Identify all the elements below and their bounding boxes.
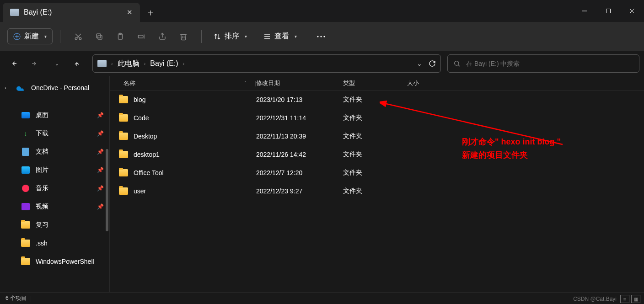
- sidebar-item[interactable]: WindowsPowerShell: [0, 252, 109, 271]
- minimize-button[interactable]: [573, 0, 596, 22]
- drive-icon: [97, 60, 107, 67]
- forward-button[interactable]: [26, 54, 44, 73]
- titlebar: Bayi (E:) ✕ ＋: [0, 0, 644, 22]
- desktop-icon: [21, 111, 30, 120]
- sidebar-item[interactable]: .ssh: [0, 234, 109, 252]
- recent-dropdown[interactable]: ⌄: [47, 54, 65, 73]
- paste-icon[interactable]: [110, 27, 131, 46]
- svg-rect-15: [138, 35, 143, 38]
- folder-icon: [119, 187, 128, 195]
- svg-point-23: [317, 36, 318, 37]
- column-headers: 名称 ˄ | 修改日期 类型 大小: [110, 76, 644, 91]
- close-window-button[interactable]: [620, 0, 644, 22]
- toolbar: 新建 ▾ 排序 ▾ 查看 ▾: [0, 22, 644, 51]
- navbar: ⌄ › 此电脑 › Bayi (E:) › ⌄: [0, 51, 644, 76]
- refresh-icon[interactable]: [429, 60, 436, 67]
- breadcrumb-current[interactable]: Bayi (E:): [150, 59, 178, 68]
- address-bar[interactable]: › 此电脑 › Bayi (E:) › ⌄: [92, 54, 441, 73]
- share-icon[interactable]: [152, 27, 173, 46]
- pin-icon: 📌: [97, 130, 104, 137]
- pin-icon: 📌: [97, 185, 104, 192]
- view-button[interactable]: 查看 ▾: [259, 29, 301, 44]
- content-area: 名称 ˄ | 修改日期 类型 大小 blog2023/1/20 17:13文件夹…: [110, 76, 644, 292]
- svg-point-29: [455, 61, 459, 65]
- delete-icon[interactable]: [173, 27, 194, 46]
- pin-icon: 📌: [97, 167, 104, 173]
- download-icon: ↓: [21, 129, 30, 138]
- separator: [201, 30, 202, 43]
- copy-icon[interactable]: [89, 27, 110, 46]
- folder-icon: [21, 239, 30, 248]
- view-details-icon[interactable]: ≡: [620, 295, 629, 303]
- rename-icon[interactable]: [131, 27, 152, 46]
- sidebar-item[interactable]: 文档📌: [0, 143, 109, 161]
- column-header-type[interactable]: 类型: [343, 79, 407, 87]
- table-row[interactable]: user2022/12/23 9:27文件夹: [110, 182, 644, 200]
- sidebar-item[interactable]: 复习: [0, 216, 109, 234]
- maximize-button[interactable]: [596, 0, 620, 22]
- search-bar[interactable]: [447, 54, 639, 73]
- sort-button[interactable]: 排序 ▾: [209, 29, 252, 44]
- up-button[interactable]: [68, 54, 86, 73]
- pin-icon: 📌: [97, 203, 104, 210]
- annotation-text: 刚才命令" hexo init blog " 新建的项目文件夹: [462, 135, 561, 162]
- cloud-icon: [16, 83, 26, 92]
- view-icon: [263, 33, 271, 40]
- back-button[interactable]: [5, 54, 23, 73]
- sidebar-item[interactable]: 视频📌: [0, 197, 109, 216]
- file-date: 2022/11/26 14:42: [256, 151, 343, 158]
- sidebar-item[interactable]: 音乐📌: [0, 179, 109, 197]
- tab-active[interactable]: Bayi (E:) ✕: [3, 3, 140, 22]
- sidebar-item-label: 音乐: [36, 184, 48, 192]
- file-name: Desktop: [134, 133, 157, 140]
- picture-icon: [21, 165, 30, 175]
- statusbar: 6 个项目 |: [0, 292, 644, 304]
- view-mode-icons: ≡ ▦: [620, 295, 640, 303]
- chevron-down-icon: ▾: [295, 34, 297, 39]
- file-type: 文件夹: [343, 187, 407, 195]
- new-tab-button[interactable]: ＋: [140, 3, 161, 22]
- sidebar-item-onedrive[interactable]: › OneDrive - Personal: [0, 79, 109, 97]
- status-count: 6 个项目: [5, 294, 27, 302]
- file-name: Office Tool: [134, 169, 164, 176]
- file-date: 2022/12/31 11:14: [256, 114, 343, 122]
- column-header-date[interactable]: 修改日期: [256, 79, 343, 87]
- drive-icon: [10, 9, 19, 16]
- file-date: 2022/12/7 12:20: [256, 169, 343, 176]
- svg-line-30: [458, 65, 460, 66]
- chevron-down-icon: ▾: [245, 34, 247, 39]
- file-date: 2022/11/13 20:39: [256, 133, 343, 140]
- breadcrumb-sep: ›: [144, 61, 146, 66]
- sidebar-item-label: 文档: [36, 148, 48, 156]
- close-tab-icon[interactable]: ✕: [127, 8, 133, 16]
- breadcrumb-root[interactable]: 此电脑: [118, 59, 140, 69]
- new-button[interactable]: 新建 ▾: [7, 28, 53, 44]
- search-icon: [453, 60, 461, 67]
- chevron-down-icon[interactable]: ⌄: [417, 60, 422, 67]
- column-header-name[interactable]: 名称 ˄ |: [110, 79, 256, 87]
- sort-indicator-icon: ˄: [244, 81, 247, 85]
- table-row[interactable]: Office Tool2022/12/7 12:20文件夹: [110, 164, 644, 182]
- file-name: blog: [134, 96, 145, 103]
- sidebar-item[interactable]: 桌面📌: [0, 106, 109, 124]
- body: › OneDrive - Personal 桌面📌↓下载📌文档📌图片📌音乐📌视频…: [0, 76, 644, 292]
- more-icon[interactable]: [311, 27, 332, 46]
- sidebar-item-label: 复习: [36, 221, 48, 229]
- cut-icon[interactable]: [68, 27, 89, 46]
- scrollbar-thumb[interactable]: [106, 149, 108, 231]
- separator: [60, 30, 60, 43]
- sidebar-item[interactable]: 图片📌: [0, 161, 109, 179]
- plus-circle-icon: [13, 33, 21, 40]
- view-grid-icon[interactable]: ▦: [631, 295, 640, 303]
- folder-icon: [119, 133, 128, 140]
- folder-icon: [21, 220, 30, 229]
- svg-line-2: [630, 9, 634, 13]
- sidebar-item[interactable]: ↓下载📌: [0, 124, 109, 143]
- sidebar-item-label: 桌面: [36, 111, 48, 119]
- column-header-size[interactable]: 大小: [407, 79, 453, 87]
- file-type: 文件夹: [343, 169, 407, 177]
- sidebar: › OneDrive - Personal 桌面📌↓下载📌文档📌图片📌音乐📌视频…: [0, 76, 110, 292]
- watermark: CSDN @Cat.Bayi: [573, 296, 617, 302]
- svg-rect-1: [606, 9, 611, 13]
- search-input[interactable]: [466, 60, 633, 67]
